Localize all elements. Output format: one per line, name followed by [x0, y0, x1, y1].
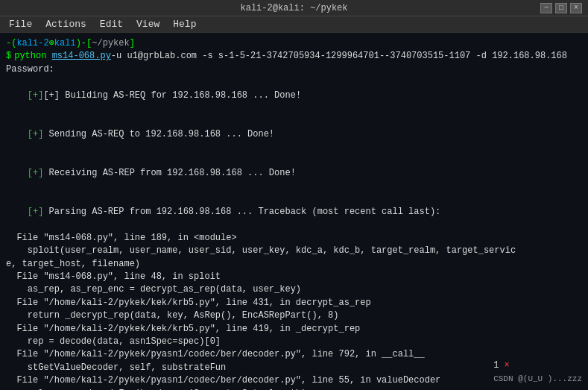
traceback-line-5: as_rep, as_rep_enc = decrypt_as_rep(data… — [6, 283, 582, 296]
traceback-line-1: File "ms14-068.py", line 189, in <module… — [6, 232, 582, 245]
prompt-user-host: kali-2 — [16, 37, 48, 50]
traceback-line-6: File "/home/kali-2/pykek/kek/krb5.py", l… — [6, 297, 582, 309]
traceback-line-9: rep = decode(data, asn1Spec=spec)[0] — [6, 336, 582, 348]
menu-edit[interactable]: Edit — [94, 17, 129, 31]
prompt-dollar: $ — [6, 50, 11, 63]
output-asrep-recv: [+] Receiving AS-REP from 192.168.98.168… — [6, 154, 582, 193]
cmd-python: python — [14, 50, 46, 63]
watermark: CSDN @(U_U )...zzz — [493, 374, 582, 383]
menu-view[interactable]: View — [130, 17, 165, 31]
prompt-path: ~/pykek — [92, 37, 129, 50]
prompt-end-bracket: ] — [130, 37, 135, 50]
close-icon-red: × — [505, 360, 510, 371]
counter-number: 1 — [493, 360, 499, 371]
traceback-line-7: return _decrypt_rep(data, key, AsRep(), … — [6, 309, 582, 322]
bottom-bar: 1 × CSDN @(U_U )...zzz — [493, 359, 582, 386]
prompt-at: ⊗ — [49, 37, 54, 50]
maximize-button[interactable]: □ — [555, 3, 567, 13]
traceback-line-4: File "ms14-068.py", line 48, in sploit — [6, 271, 582, 283]
command-line: $ python ms14-068.py -u u1@grbLab.com -s… — [6, 50, 582, 63]
terminal-area[interactable]: -(kali-2⊗kali)-[~/pykek] $ python ms14-0… — [0, 33, 588, 390]
prompt-open-bracket: -( — [6, 37, 16, 50]
output-asrep-parse: [+] Parsing AS-REP from 192.168.98.168 .… — [6, 193, 582, 232]
minimize-button[interactable]: − — [540, 3, 552, 13]
menu-file[interactable]: File — [3, 17, 38, 31]
prompt-close-bracket: )-[ — [76, 37, 92, 50]
menu-actions[interactable]: Actions — [39, 17, 92, 31]
window-controls: − □ × — [540, 3, 582, 13]
close-button[interactable]: × — [570, 3, 582, 13]
traceback-line-3: e, target_host, filename) — [6, 258, 582, 271]
traceback-line-8: File "/home/kali-2/pykek/kek/krb5.py", l… — [6, 323, 582, 336]
traceback-line-2: sploit(user_realm, user_name, user_sid, … — [6, 245, 582, 257]
output-asreq-send: [+] Sending AS-REQ to 192.168.98.168 ...… — [6, 115, 582, 154]
output-asreq-build: [+][+] Building AS-REQ for 192.168.98.16… — [6, 76, 582, 115]
menu-help[interactable]: Help — [167, 17, 202, 31]
title-bar: kali-2@kali: ~/pykek − □ × — [0, 0, 588, 16]
menu-bar: File Actions Edit View Help — [0, 16, 588, 33]
cmd-args: -u u1@grbLab.com -s s-1-5-21-3742705934-… — [111, 50, 567, 63]
prompt-line-1: -(kali-2⊗kali)-[~/pykek] — [6, 37, 582, 50]
traceback-line-13: value, _ = decodeFun(head, asn1Spec, tag… — [6, 388, 582, 390]
cmd-script: ms14-068.py — [52, 50, 111, 63]
output-password: Password: — [6, 63, 582, 76]
window-title: kali-2@kali: ~/pykek — [240, 3, 347, 13]
prompt-host: kali — [54, 37, 76, 50]
